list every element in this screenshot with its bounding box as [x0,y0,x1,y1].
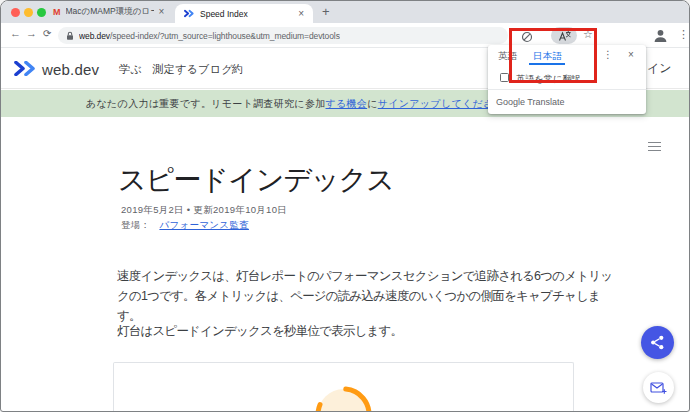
macos-minimize-button[interactable] [24,8,33,17]
table-of-contents-icon[interactable] [645,138,665,155]
tab-close-icon[interactable]: × [298,9,304,19]
forward-icon[interactable]: → [26,28,37,39]
back-icon[interactable]: ← [10,28,21,39]
mamp-favicon-icon: M [53,8,61,17]
webdev-favicon-icon [184,9,195,18]
new-tab-button[interactable]: + [322,4,330,19]
banner-link-signup[interactable]: サインアップしてください [378,97,504,111]
chrome-menu-icon[interactable]: ⋮ [678,29,689,40]
appears-label: 登場： [121,219,150,230]
macos-close-button[interactable] [11,8,20,17]
translate-close-icon[interactable]: × [628,50,634,60]
tab-close-icon[interactable]: × [159,7,165,17]
banner-text: に [367,97,378,111]
article-date: 2019年5月2日 • 更新2019年10月10日 [121,204,287,217]
page-title: スピードインデックス [118,161,394,199]
webdev-logo-icon[interactable] [14,61,38,80]
url-path: /speed-index/?utm_source=lighthouse&utm_… [110,31,340,41]
google-translate-label: Google Translate [496,97,565,107]
translate-popup-footer: Google Translate [488,89,646,114]
share-button[interactable] [641,326,674,359]
tab-title: Speed Index [200,9,293,19]
url-text: web.dev/speed-index/?utm_source=lighthou… [79,31,340,41]
banner-text: あなたの入力は重要です。リモート調査研究に参加 [86,97,325,111]
lock-icon [66,31,74,41]
envelope-plus-icon [650,381,667,395]
tab-title: MacのMAMP環境のローカルW [66,6,154,18]
lighthouse-gauge-card: 87 [113,362,574,412]
translate-options-icon[interactable]: ⋮ [603,50,613,60]
lighthouse-score-gauge: 87 [315,386,372,412]
banner-link-opportunity[interactable]: する機会 [325,97,367,111]
nav-item-measure[interactable]: 測定する [152,62,199,77]
performance-audits-link[interactable]: パフォーマンス監査 [159,219,249,230]
article-appears-line: 登場：パフォーマンス監査 [121,219,249,232]
nav-item-about[interactable]: 約 [232,62,244,77]
reload-icon[interactable]: ⟳ [43,29,51,39]
site-brand[interactable]: web.dev [42,61,99,78]
annotation-highlight-box [509,28,597,83]
macos-zoom-button[interactable] [37,8,46,17]
profile-avatar-icon[interactable] [653,28,668,46]
article-paragraph: 速度インデックスは、灯台レポートのパフォーマンスセクションで追跡される6つのメト… [117,266,617,326]
always-translate-checkbox[interactable] [500,73,509,82]
newsletter-subscribe-button[interactable] [643,372,674,403]
signin-link-partial[interactable]: イン [647,60,672,77]
tab-mamp[interactable]: M MacのMAMP環境のローカルW × [53,1,171,23]
share-icon [650,335,665,350]
address-bar[interactable]: web.dev/speed-index/?utm_source=lighthou… [58,27,508,44]
browser-window: M MacのMAMP環境のローカルW × Speed Index × + ← →… [0,0,690,412]
tab-strip: M MacのMAMP環境のローカルW × Speed Index × + [1,1,689,23]
tab-speed-index[interactable]: Speed Index × [175,4,313,23]
nav-item-learn[interactable]: 学ぶ [119,62,142,77]
article-paragraph: 灯台はスピードインデックスを秒単位で表示します。 [117,321,617,341]
nav-item-blog[interactable]: ブログ [198,62,233,77]
url-host: web.dev [79,31,110,41]
